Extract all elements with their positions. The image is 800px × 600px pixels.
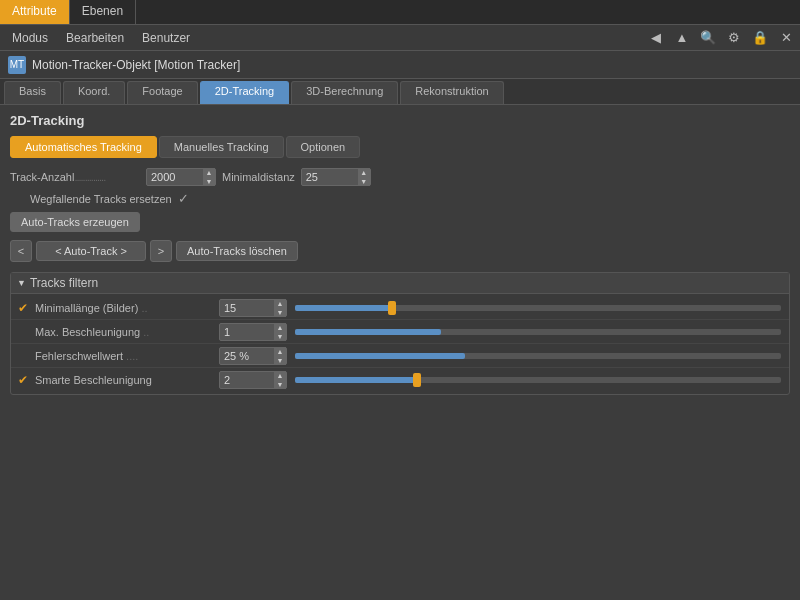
title-bar: Attribute Ebenen bbox=[0, 0, 800, 25]
filter-down-3[interactable]: ▼ bbox=[274, 380, 286, 389]
filter-check-2[interactable] bbox=[15, 348, 31, 364]
tab-3d-berechnung[interactable]: 3D-Berechnung bbox=[291, 81, 398, 104]
gear-icon[interactable]: ⚙ bbox=[724, 28, 744, 48]
filter-spin-3[interactable]: ▲ ▼ bbox=[274, 371, 286, 389]
filter-bar-0[interactable] bbox=[295, 305, 781, 311]
sub-tab-optionen[interactable]: Optionen bbox=[286, 136, 361, 158]
tab-attribute[interactable]: Attribute bbox=[0, 0, 70, 24]
filter-row-smarte: ✔ Smarte Beschleunigung 2 ▲ ▼ bbox=[11, 368, 789, 392]
wegfallende-row: Wegfallende Tracks ersetzen ✓ bbox=[10, 191, 790, 206]
auto-tracks-loeschen-button[interactable]: Auto-Tracks löschen bbox=[176, 241, 298, 261]
auto-track-nav-row: < < Auto-Track > > Auto-Tracks löschen bbox=[10, 240, 790, 262]
menu-bearbeiten[interactable]: Bearbeiten bbox=[58, 29, 132, 47]
auto-tracks-erzeugen-button[interactable]: Auto-Tracks erzeugen bbox=[10, 212, 140, 232]
sub-tab-automatisches[interactable]: Automatisches Tracking bbox=[10, 136, 157, 158]
filter-name-3: Smarte Beschleunigung bbox=[35, 374, 215, 386]
filter-header[interactable]: ▼ Tracks filtern bbox=[11, 273, 789, 294]
filter-spin-0[interactable]: ▲ ▼ bbox=[274, 299, 286, 317]
filter-up-3[interactable]: ▲ bbox=[274, 371, 286, 380]
object-icon: MT bbox=[8, 56, 26, 74]
forward-icon[interactable]: ▲ bbox=[672, 28, 692, 48]
filter-row-fehlerschwellwert: Fehlerschwellwert .... 25 % ▲ ▼ bbox=[11, 344, 789, 368]
wegfallende-check: ✓ bbox=[178, 191, 189, 206]
filter-section: ▼ Tracks filtern ✔ Minimallänge (Bilder)… bbox=[10, 272, 790, 395]
filter-up-1[interactable]: ▲ bbox=[274, 323, 286, 332]
tab-rekonstruktion[interactable]: Rekonstruktion bbox=[400, 81, 503, 104]
filter-bar-1[interactable] bbox=[295, 329, 781, 335]
filter-check-0[interactable]: ✔ bbox=[15, 300, 31, 316]
menu-bar: Modus Bearbeiten Benutzer ◀ ▲ 🔍 ⚙ 🔒 ✕ bbox=[0, 25, 800, 51]
minimal-distanz-spinners[interactable]: ▲ ▼ bbox=[358, 168, 370, 186]
menu-modus[interactable]: Modus bbox=[4, 29, 56, 47]
filter-row-max-beschleunigung: Max. Beschleunigung .. 1 ▲ ▼ bbox=[11, 320, 789, 344]
filter-row-minimallaenge: ✔ Minimallänge (Bilder) .. 15 ▲ ▼ bbox=[11, 296, 789, 320]
dots-1: .. bbox=[140, 326, 149, 338]
minimal-distanz-input[interactable]: 25 ▲ ▼ bbox=[301, 168, 371, 186]
filter-check-1[interactable] bbox=[15, 324, 31, 340]
filter-down-1[interactable]: ▼ bbox=[274, 332, 286, 341]
prev-track-button[interactable]: < bbox=[10, 240, 32, 262]
minimal-distanz-up[interactable]: ▲ bbox=[358, 168, 370, 177]
track-anzahl-down[interactable]: ▼ bbox=[203, 177, 215, 186]
filter-rows: ✔ Minimallänge (Bilder) .. 15 ▲ ▼ bbox=[11, 294, 789, 394]
filter-down-2[interactable]: ▼ bbox=[274, 356, 286, 365]
filter-spin-1[interactable]: ▲ ▼ bbox=[274, 323, 286, 341]
minimal-distanz-label: Minimaldistanz bbox=[222, 171, 295, 183]
auto-track-label[interactable]: < Auto-Track > bbox=[36, 241, 146, 261]
filter-up-0[interactable]: ▲ bbox=[274, 299, 286, 308]
filter-val-2[interactable]: 25 % ▲ ▼ bbox=[219, 347, 287, 365]
filter-title: Tracks filtern bbox=[30, 276, 98, 290]
filter-val-1[interactable]: 1 ▲ ▼ bbox=[219, 323, 287, 341]
close-icon[interactable]: ✕ bbox=[776, 28, 796, 48]
sub-tab-manuelles[interactable]: Manuelles Tracking bbox=[159, 136, 284, 158]
tab-2d-tracking[interactable]: 2D-Tracking bbox=[200, 81, 290, 104]
filter-name-1: Max. Beschleunigung .. bbox=[35, 326, 215, 338]
dots-0: .. bbox=[138, 302, 147, 314]
filter-name-0: Minimallänge (Bilder) .. bbox=[35, 302, 215, 314]
menu-benutzer[interactable]: Benutzer bbox=[134, 29, 198, 47]
filter-collapse-icon: ▼ bbox=[17, 278, 26, 288]
main-tab-bar: Basis Koord. Footage 2D-Tracking 3D-Bere… bbox=[0, 79, 800, 105]
section-title: 2D-Tracking bbox=[10, 113, 790, 128]
dots-2: .... bbox=[123, 350, 138, 362]
filter-name-2: Fehlerschwellwert .... bbox=[35, 350, 215, 362]
back-icon[interactable]: ◀ bbox=[646, 28, 666, 48]
filter-val-3[interactable]: 2 ▲ ▼ bbox=[219, 371, 287, 389]
track-anzahl-input[interactable]: 2000 ▲ ▼ bbox=[146, 168, 216, 186]
tab-footage[interactable]: Footage bbox=[127, 81, 197, 104]
sub-tab-bar: Automatisches Tracking Manuelles Trackin… bbox=[10, 136, 790, 158]
tab-ebenen[interactable]: Ebenen bbox=[70, 0, 136, 24]
tab-basis[interactable]: Basis bbox=[4, 81, 61, 104]
track-anzahl-spinners[interactable]: ▲ ▼ bbox=[203, 168, 215, 186]
tab-koord[interactable]: Koord. bbox=[63, 81, 125, 104]
filter-up-2[interactable]: ▲ bbox=[274, 347, 286, 356]
search-icon[interactable]: 🔍 bbox=[698, 28, 718, 48]
wegfallende-label: Wegfallende Tracks ersetzen bbox=[30, 193, 172, 205]
main-content: 2D-Tracking Automatisches Tracking Manue… bbox=[0, 105, 800, 403]
next-track-button[interactable]: > bbox=[150, 240, 172, 262]
track-anzahl-label: Track-Anzahl............... bbox=[10, 171, 140, 183]
track-anzahl-row: Track-Anzahl............... 2000 ▲ ▼ Min… bbox=[10, 168, 790, 186]
filter-bar-3[interactable] bbox=[295, 377, 781, 383]
menu-bar-right: ◀ ▲ 🔍 ⚙ 🔒 ✕ bbox=[646, 28, 796, 48]
filter-check-3[interactable]: ✔ bbox=[15, 372, 31, 388]
filter-spin-2[interactable]: ▲ ▼ bbox=[274, 347, 286, 365]
filter-val-0[interactable]: 15 ▲ ▼ bbox=[219, 299, 287, 317]
object-header: MT Motion-Tracker-Objekt [Motion Tracker… bbox=[0, 51, 800, 79]
object-title: Motion-Tracker-Objekt [Motion Tracker] bbox=[32, 58, 240, 72]
minimal-distanz-down[interactable]: ▼ bbox=[358, 177, 370, 186]
filter-down-0[interactable]: ▼ bbox=[274, 308, 286, 317]
filter-bar-2[interactable] bbox=[295, 353, 781, 359]
track-anzahl-up[interactable]: ▲ bbox=[203, 168, 215, 177]
lock-icon[interactable]: 🔒 bbox=[750, 28, 770, 48]
